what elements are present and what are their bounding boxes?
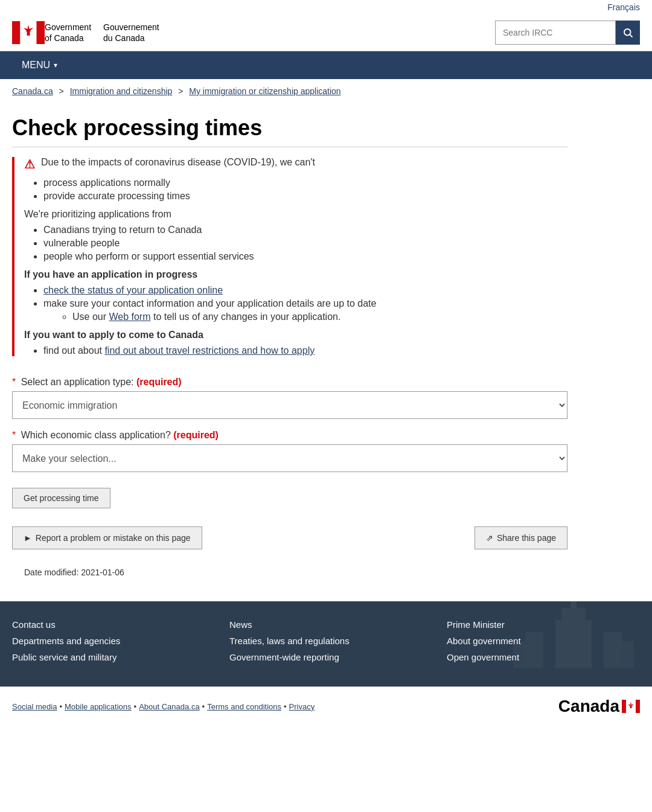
- list-item: Canadians trying to return to Canada: [43, 225, 567, 235]
- share-page-button[interactable]: ⇗ Share this page: [475, 526, 567, 549]
- footer-bottom-about-canada[interactable]: About Canada.ca: [139, 702, 199, 711]
- svg-rect-9: [570, 599, 577, 608]
- svg-rect-10: [525, 632, 543, 668]
- footer-link-treaties[interactable]: Treaties, laws and regulations: [229, 636, 423, 646]
- svg-rect-16: [636, 700, 640, 713]
- svg-rect-2: [37, 21, 45, 44]
- main-content: Check processing times ⚠ Due to the impa…: [0, 103, 580, 601]
- footer-link-news[interactable]: News: [229, 619, 423, 630]
- svg-point-5: [624, 29, 631, 36]
- footer-bottom: Social media • Mobile applications • Abo…: [0, 686, 652, 726]
- search-icon: [622, 27, 633, 38]
- svg-rect-12: [513, 641, 525, 668]
- alert-section: ⚠ Due to the impacts of coronavirus dise…: [12, 157, 567, 356]
- prioritizing-intro: We're prioritizing applications from: [24, 209, 567, 220]
- list-item: Use our Web form to tell us of any chang…: [72, 312, 567, 322]
- menu-button[interactable]: MENU ▾: [12, 51, 67, 79]
- get-processing-time-button[interactable]: Get processing time: [12, 488, 110, 508]
- breadcrumb: Canada.ca > Immigration and citizenship …: [0, 79, 652, 103]
- app-type-select[interactable]: Economic immigration Family sponsorship …: [12, 391, 567, 419]
- menu-bar: MENU ▾: [0, 51, 652, 79]
- footer-link-departments[interactable]: Departments and agencies: [12, 636, 205, 646]
- apply-heading: If you want to apply to come to Canada: [24, 330, 203, 340]
- alert-list-2: Canadians trying to return to Canada vul…: [24, 225, 567, 262]
- list-item: provide accurate processing times: [43, 191, 567, 202]
- canada-flag-icon: [12, 21, 45, 44]
- app-type-group: * Select an application type: (required)…: [12, 377, 567, 419]
- econ-class-group: * Which economic class application? (req…: [12, 430, 567, 472]
- form-section: * Select an application type: (required)…: [12, 371, 567, 508]
- footer-col-2: News Treaties, laws and regulations Gove…: [229, 619, 423, 668]
- page-title: Check processing times: [12, 115, 567, 147]
- list-item: process applications normally: [43, 177, 567, 188]
- logo-area: Government of Canada Gouvernement du Can…: [12, 21, 495, 44]
- apply-list: find out about find out about travel res…: [24, 345, 567, 356]
- site-footer: Contact us Departments and agencies Publ…: [0, 601, 652, 726]
- breadcrumb-item-canada[interactable]: Canada.ca: [12, 86, 53, 96]
- footer-main: Contact us Departments and agencies Publ…: [0, 601, 652, 686]
- in-progress-heading: If you have an application in progress: [24, 269, 197, 280]
- gov-name-fr: Gouvernement du Canada: [103, 22, 159, 43]
- footer-bottom-privacy[interactable]: Privacy: [289, 702, 315, 711]
- web-form-link[interactable]: Web form: [109, 312, 150, 322]
- parliament-silhouette-icon: [507, 596, 640, 668]
- search-input[interactable]: [495, 21, 616, 45]
- travel-restrictions-link[interactable]: find out about travel restrictions and h…: [104, 345, 315, 356]
- footer-col-1: Contact us Departments and agencies Publ…: [12, 619, 205, 668]
- report-problem-button[interactable]: ► Report a problem or mistake on this pa…: [12, 526, 202, 549]
- breadcrumb-separator: >: [178, 86, 185, 96]
- breadcrumb-separator: >: [59, 86, 66, 96]
- in-progress-list: check the status of your application onl…: [24, 285, 567, 322]
- svg-rect-11: [604, 632, 622, 668]
- sub-list: Use our Web form to tell us of any chang…: [43, 312, 567, 322]
- menu-chevron-icon: ▾: [54, 61, 57, 69]
- svg-rect-0: [12, 21, 21, 44]
- check-status-link[interactable]: check the status of your application onl…: [43, 285, 223, 295]
- svg-rect-8: [561, 608, 586, 620]
- alert-list-1: process applications normally provide ac…: [24, 177, 567, 202]
- svg-rect-13: [622, 641, 634, 668]
- francais-link[interactable]: Français: [607, 2, 640, 12]
- footer-columns: Contact us Departments and agencies Publ…: [12, 619, 640, 668]
- canada-wordmark-flag-icon: [622, 700, 640, 713]
- site-header: Government of Canada Gouvernement du Can…: [0, 14, 652, 51]
- alert-intro-text: Due to the impacts of coronavirus diseas…: [41, 157, 315, 168]
- list-item: check the status of your application onl…: [43, 285, 567, 296]
- econ-class-label: * Which economic class application? (req…: [12, 430, 567, 441]
- footer-link-gov-reporting[interactable]: Government-wide reporting: [229, 652, 423, 662]
- svg-line-6: [630, 34, 632, 37]
- footer-bottom-links: Social media • Mobile applications • Abo…: [12, 702, 317, 711]
- search-area: [495, 21, 640, 45]
- svg-rect-14: [622, 700, 626, 713]
- app-type-label: * Select an application type: (required): [12, 377, 567, 388]
- svg-rect-18: [630, 706, 632, 708]
- svg-rect-4: [27, 31, 30, 36]
- footer-link-public-service[interactable]: Public service and military: [12, 652, 205, 662]
- breadcrumb-item-immigration[interactable]: Immigration and citizenship: [70, 86, 173, 96]
- econ-class-select[interactable]: Make your selection... Federal Skilled W…: [12, 444, 567, 472]
- list-item: vulnerable people: [43, 238, 567, 249]
- footer-bottom-terms[interactable]: Terms and conditions: [207, 702, 281, 711]
- date-modified: Date modified: 2021-01-06: [12, 561, 567, 583]
- footer-bottom-mobile-apps[interactable]: Mobile applications: [65, 702, 132, 711]
- page-actions: ► Report a problem or mistake on this pa…: [12, 526, 567, 549]
- list-item: people who perform or support essential …: [43, 251, 567, 262]
- alert-icon: ⚠: [24, 157, 35, 171]
- alert-body: process applications normally provide ac…: [24, 177, 567, 356]
- svg-rect-7: [555, 620, 592, 668]
- footer-bottom-social-media[interactable]: Social media: [12, 702, 57, 711]
- canada-wordmark: Canada: [558, 697, 640, 716]
- report-arrow-icon: ►: [24, 533, 32, 543]
- gov-name-en: Government of Canada: [45, 22, 91, 43]
- share-icon: ⇗: [486, 533, 493, 543]
- breadcrumb-item-my-application[interactable]: My immigration or citizenship applicatio…: [189, 86, 340, 96]
- search-button[interactable]: [616, 21, 640, 45]
- list-item: find out about find out about travel res…: [43, 345, 567, 356]
- footer-link-contact[interactable]: Contact us: [12, 619, 205, 630]
- list-item: make sure your contact information and y…: [43, 298, 567, 322]
